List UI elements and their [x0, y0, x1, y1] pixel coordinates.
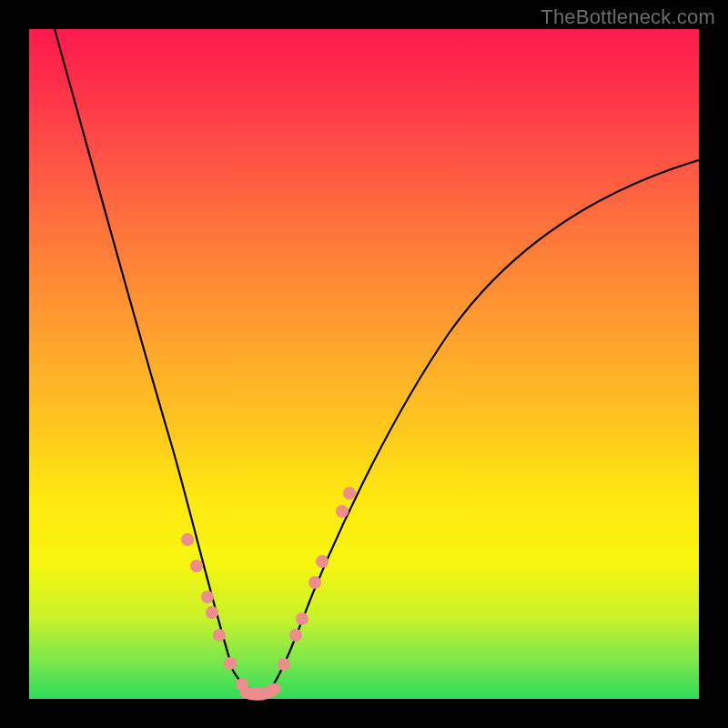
marker-dot — [308, 576, 321, 589]
watermark-text: TheBottleneck.com — [541, 5, 715, 29]
marker-dot — [181, 533, 194, 546]
chart-svg — [29, 29, 699, 699]
marker-dot — [316, 555, 329, 568]
curve-left-branch — [55, 29, 268, 693]
marker-dot — [201, 591, 214, 603]
marker-dot — [190, 560, 203, 572]
marker-dot — [265, 684, 278, 697]
marker-dot — [336, 505, 349, 518]
curve-right-branch — [268, 160, 699, 693]
marker-dot — [343, 487, 356, 500]
marker-group — [181, 487, 356, 700]
marker-dot — [289, 629, 302, 642]
marker-dot — [250, 687, 263, 700]
plot-area — [29, 29, 699, 699]
marker-dot — [206, 606, 218, 619]
chart-frame: TheBottleneck.com — [0, 0, 728, 728]
marker-dot — [296, 612, 308, 625]
marker-dot — [213, 629, 226, 642]
marker-dot — [278, 658, 290, 671]
marker-dot — [236, 678, 248, 691]
marker-dot — [224, 657, 237, 670]
